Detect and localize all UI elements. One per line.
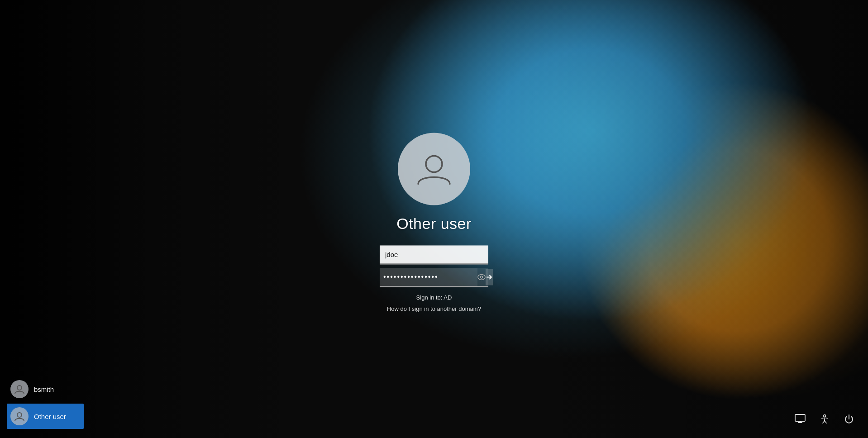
user-switcher: bsmith Other user xyxy=(7,376,84,429)
user-name-other: Other user xyxy=(34,413,66,420)
password-row xyxy=(380,268,488,287)
svg-point-2 xyxy=(481,276,483,278)
accessibility-button[interactable] xyxy=(816,411,833,427)
username-display: Other user xyxy=(396,215,472,233)
password-input[interactable] xyxy=(380,268,477,286)
svg-point-0 xyxy=(426,156,442,172)
username-input[interactable] xyxy=(380,245,488,264)
submit-button[interactable] xyxy=(486,269,493,285)
login-panel: Other user Sign in to: AD How do I sign … xyxy=(380,133,488,312)
svg-point-8 xyxy=(824,415,826,417)
power-button[interactable] xyxy=(841,411,857,427)
svg-rect-5 xyxy=(795,414,805,421)
user-avatar-bsmith xyxy=(10,380,29,398)
display-button[interactable] xyxy=(792,411,808,427)
svg-point-3 xyxy=(17,386,22,390)
user-avatar xyxy=(398,133,470,205)
user-avatar-other xyxy=(10,407,29,425)
show-password-button[interactable] xyxy=(477,269,486,285)
user-item-other-user[interactable]: Other user xyxy=(7,404,84,429)
how-to-sign-link[interactable]: How do I sign in to another domain? xyxy=(387,305,481,312)
sign-in-to-label: Sign in to: AD xyxy=(416,294,452,301)
system-buttons xyxy=(792,411,857,427)
svg-point-4 xyxy=(17,413,22,417)
user-item-bsmith[interactable]: bsmith xyxy=(7,376,84,402)
user-name-bsmith: bsmith xyxy=(34,386,54,393)
svg-point-1 xyxy=(478,274,485,280)
